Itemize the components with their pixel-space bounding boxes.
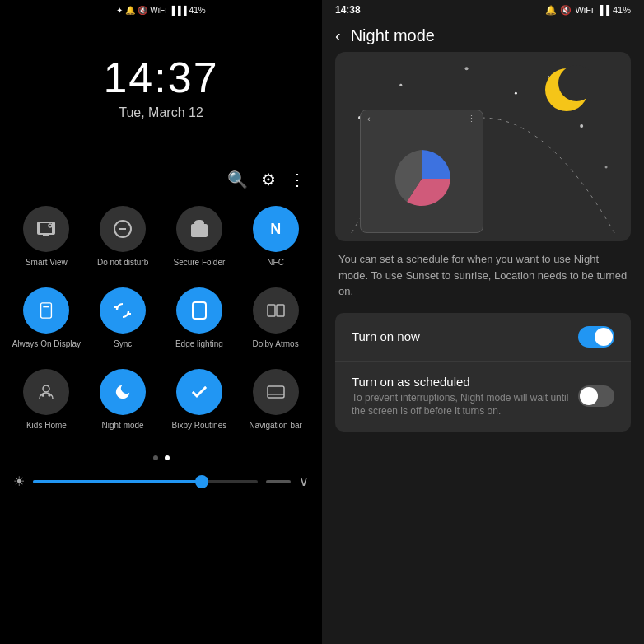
- tile-circle-nav: [253, 369, 299, 415]
- more-icon[interactable]: ⋮: [289, 170, 306, 189]
- quick-tiles: Smart View Do not disturb Secure Folder …: [0, 196, 322, 441]
- tile-label-sync: Sync: [114, 338, 132, 349]
- svg-rect-11: [268, 386, 284, 398]
- tile-circle-dolby: [253, 287, 299, 334]
- brightness-end: [266, 480, 291, 483]
- bluetooth-icon: ✦: [116, 6, 123, 15]
- svg-point-14: [399, 84, 402, 86]
- tile-label-always-on: Always On Display: [12, 338, 81, 349]
- right-panel: 14:38 🔔 🔇 WiFi ▐▐ 41% ‹ Night mode: [322, 0, 644, 644]
- svg-point-9: [42, 394, 44, 396]
- turn-on-scheduled-subtitle: To prevent interruptions, Night mode wil…: [352, 391, 578, 419]
- back-button[interactable]: ‹: [335, 26, 341, 45]
- tile-always-on[interactable]: Always On Display: [8, 278, 85, 359]
- wifi-icon: WiFi: [150, 6, 166, 15]
- svg-point-16: [515, 92, 517, 95]
- tile-label-dnd: Do not disturb: [97, 257, 148, 268]
- turn-on-scheduled-title: Turn on as scheduled: [352, 375, 578, 389]
- tile-label-night: Night mode: [102, 420, 144, 431]
- svg-rect-5: [193, 302, 206, 319]
- svg-rect-6: [268, 305, 275, 316]
- svg-point-0: [49, 224, 52, 227]
- tile-label-secure: Secure Folder: [173, 257, 225, 268]
- turn-on-now-left: Turn on now: [352, 329, 578, 343]
- brightness-bar[interactable]: [33, 480, 258, 483]
- chevron-down-icon[interactable]: ∨: [299, 474, 309, 489]
- turn-on-now-row[interactable]: Turn on now: [335, 313, 631, 362]
- turn-on-now-title: Turn on now: [352, 329, 578, 343]
- status-bar-right: 14:38 🔔 🔇 WiFi ▐▐ 41%: [322, 0, 644, 20]
- bell-icon: 🔔: [545, 5, 557, 16]
- dot-1[interactable]: [153, 455, 158, 460]
- tile-circle-dnd: [100, 206, 146, 252]
- tile-circle-sync: [100, 287, 146, 334]
- svg-rect-4: [44, 306, 49, 308]
- clock-area: 14:37 Tue, March 12: [0, 53, 322, 120]
- moon: [540, 65, 590, 118]
- status-icons-right: 🔔 🔇 WiFi ▐▐ 41%: [545, 5, 631, 16]
- page-dots: [0, 455, 322, 460]
- svg-point-18: [605, 166, 608, 168]
- left-panel: ✦ 🔔 🔇 WiFi ▐▐▐ 41% 14:37 Tue, March 12 🔍…: [0, 0, 322, 644]
- wifi-right-icon: WiFi: [575, 5, 593, 15]
- tile-label-smart-view: Smart View: [26, 257, 68, 268]
- mute-icon: 🔇: [138, 6, 147, 15]
- top-icons-row: 🔍 ⚙ ⋮: [0, 170, 322, 189]
- description-text: You can set a schedule for when you want…: [322, 241, 644, 310]
- signal-icon: ▐▐▐: [169, 6, 186, 15]
- tile-label-bixby: Bixby Routines: [172, 420, 227, 431]
- svg-rect-7: [277, 305, 284, 316]
- tile-label-nav: Navigation bar: [249, 420, 301, 431]
- tile-nav-bar[interactable]: Navigation bar: [237, 359, 314, 441]
- tile-sync[interactable]: Sync: [85, 278, 161, 359]
- search-icon[interactable]: 🔍: [227, 170, 248, 189]
- tile-circle-nfc: N: [253, 206, 299, 252]
- tile-circle-kids: [23, 369, 69, 415]
- svg-point-8: [43, 385, 49, 392]
- svg-rect-3: [41, 303, 52, 318]
- turn-on-scheduled-toggle[interactable]: [578, 385, 614, 407]
- status-icons-left: ✦ 🔔 🔇 WiFi ▐▐▐ 41%: [116, 6, 205, 15]
- status-bar-left: ✦ 🔔 🔇 WiFi ▐▐▐ 41%: [0, 0, 322, 20]
- tile-nfc[interactable]: N NFC: [237, 196, 314, 278]
- tile-circle-smart-view: [23, 206, 69, 252]
- tile-night-mode[interactable]: Night mode: [85, 359, 161, 441]
- tile-circle-night: [100, 369, 146, 415]
- turn-on-scheduled-row[interactable]: Turn on as scheduled To prevent interrup…: [335, 362, 631, 432]
- tile-bixby[interactable]: Bixby Routines: [161, 359, 238, 441]
- tile-smart-view[interactable]: Smart View: [8, 196, 85, 278]
- header-bar: ‹ Night mode: [322, 20, 644, 52]
- tile-do-not-disturb[interactable]: Do not disturb: [85, 196, 161, 278]
- status-time-right: 14:38: [335, 4, 361, 16]
- battery-left: 41%: [189, 6, 206, 15]
- tile-edge-lighting[interactable]: Edge lighting: [161, 278, 238, 359]
- clock-date: Tue, March 12: [119, 105, 203, 120]
- turn-on-now-thumb: [595, 328, 613, 346]
- tile-circle-secure: [176, 206, 222, 252]
- clock-time: 14:37: [103, 53, 218, 102]
- signal-right-icon: ▐▐: [596, 5, 609, 15]
- turn-on-scheduled-left: Turn on as scheduled To prevent interrup…: [352, 375, 578, 419]
- tile-secure-folder[interactable]: Secure Folder: [161, 196, 238, 278]
- tile-label-edge: Edge lighting: [175, 338, 223, 349]
- night-mode-preview: ‹ ⋮: [335, 52, 631, 241]
- settings-section: Turn on now Turn on as scheduled To prev…: [335, 313, 631, 432]
- page-title: Night mode: [351, 26, 435, 45]
- settings-icon[interactable]: ⚙: [261, 170, 276, 189]
- brightness-icon: ☀: [13, 474, 25, 489]
- mute-right-icon: 🔇: [560, 5, 572, 16]
- tile-label-nfc: NFC: [267, 257, 284, 268]
- tile-dolby[interactable]: Dolby Atmos: [237, 278, 314, 359]
- dot-2[interactable]: [165, 455, 170, 460]
- phone-mockup: ‹ ⋮: [360, 110, 483, 233]
- turn-on-now-toggle[interactable]: [578, 326, 614, 348]
- tile-circle-bixby: [176, 369, 222, 415]
- preview-inner: ‹ ⋮: [335, 52, 631, 241]
- brightness-row: ☀ ∨: [0, 467, 322, 496]
- brightness-thumb[interactable]: [195, 475, 208, 488]
- svg-point-10: [49, 394, 50, 396]
- tile-circle-edge: [176, 287, 222, 334]
- svg-point-15: [465, 67, 469, 70]
- tile-kids-home[interactable]: Kids Home: [8, 359, 85, 441]
- brightness-fill: [33, 480, 202, 483]
